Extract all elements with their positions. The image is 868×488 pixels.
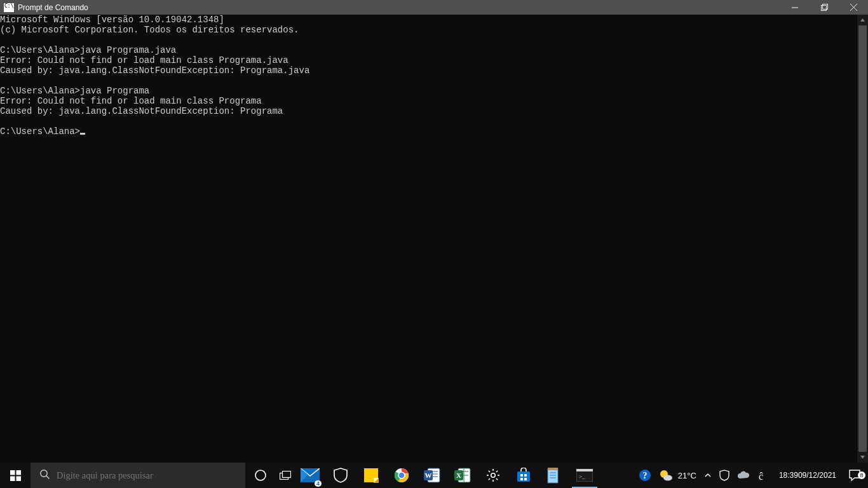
svg-line-44 xyxy=(489,478,490,480)
tray-input-method-icon[interactable]: ĉ xyxy=(754,463,774,488)
maximize-button[interactable] xyxy=(810,0,839,15)
terminal-line: Microsoft Windows [versão 10.0.19042.134… xyxy=(0,15,857,25)
terminal-output[interactable]: Microsoft Windows [versão 10.0.19042.134… xyxy=(0,15,857,463)
cortana-button[interactable] xyxy=(245,463,276,488)
svg-point-36 xyxy=(491,473,495,477)
svg-rect-50 xyxy=(548,469,558,483)
svg-line-42 xyxy=(496,478,498,480)
tray-notifications-button[interactable]: 8 xyxy=(841,469,868,482)
tray-clock[interactable]: 18:39 09/12/2021 xyxy=(774,463,841,488)
svg-rect-1 xyxy=(821,6,826,11)
svg-rect-8 xyxy=(16,470,21,475)
svg-line-41 xyxy=(489,471,490,472)
tray-weather-temp[interactable]: 21°C xyxy=(677,471,700,480)
taskbar-app-notepad[interactable] xyxy=(539,463,569,488)
taskbar: 4 xyxy=(0,463,868,488)
tray-security-icon[interactable] xyxy=(715,463,733,488)
taskbar-app-cmd[interactable]: >_ xyxy=(569,463,600,488)
svg-rect-56 xyxy=(576,469,593,471)
system-tray: ? 21°C ĉ 18:39 xyxy=(635,463,868,488)
svg-rect-7 xyxy=(10,470,15,475)
mail-badge: 4 xyxy=(315,480,322,487)
scroll-up-arrow-icon[interactable] xyxy=(857,15,868,25)
window-title: Prompt de Comando xyxy=(18,3,88,12)
svg-rect-49 xyxy=(524,478,527,480)
minimize-button[interactable] xyxy=(780,0,810,15)
tray-time: 18:39 xyxy=(779,471,798,480)
titlebar: Prompt de Comando xyxy=(0,0,868,15)
terminal-line: Error: Could not find or load main class… xyxy=(0,96,857,106)
svg-rect-51 xyxy=(548,468,558,470)
svg-rect-47 xyxy=(524,474,527,477)
scrollbar-track[interactable] xyxy=(857,25,868,452)
taskbar-app-mail[interactable]: 4 xyxy=(295,463,325,488)
svg-point-61 xyxy=(663,475,672,481)
taskbar-app-store[interactable] xyxy=(508,463,539,488)
cmd-icon xyxy=(4,3,14,12)
taskbar-app-excel[interactable]: X xyxy=(447,463,478,488)
terminal-line: Caused by: java.lang.ClassNotFoundExcept… xyxy=(0,106,857,116)
terminal-line xyxy=(0,35,857,45)
scroll-down-arrow-icon[interactable] xyxy=(857,452,868,463)
svg-rect-10 xyxy=(16,476,21,481)
terminal-window: Microsoft Windows [versão 10.0.19042.134… xyxy=(0,15,868,463)
taskbar-app-security[interactable] xyxy=(325,463,356,488)
taskbar-app-word[interactable]: W xyxy=(417,463,447,488)
terminal-line: C:\Users\Alana>java Programa xyxy=(0,86,857,96)
svg-rect-2 xyxy=(822,4,827,10)
svg-text:W: W xyxy=(425,471,432,479)
terminal-line: Error: Could not find or load main class… xyxy=(0,55,857,65)
svg-rect-46 xyxy=(520,474,523,477)
terminal-prompt-line[interactable]: C:\Users\Alana> xyxy=(0,126,857,137)
taskbar-app-settings[interactable] xyxy=(478,463,508,488)
tray-show-hidden-icon[interactable] xyxy=(700,463,715,488)
search-input[interactable] xyxy=(57,470,245,481)
svg-text:>_: >_ xyxy=(579,473,585,480)
tray-weather[interactable] xyxy=(655,463,677,488)
task-view-button[interactable] xyxy=(276,463,295,488)
taskbar-search[interactable] xyxy=(31,463,245,488)
svg-point-11 xyxy=(41,470,47,477)
svg-point-13 xyxy=(255,470,266,480)
terminal-line: Caused by: java.lang.ClassNotFoundExcept… xyxy=(0,65,857,76)
taskbar-app-sticky-notes[interactable] xyxy=(356,463,386,488)
tray-date: 09/12/2021 xyxy=(798,471,836,480)
svg-text:ĉ: ĉ xyxy=(759,471,763,481)
svg-rect-9 xyxy=(10,476,15,481)
terminal-line xyxy=(0,116,857,126)
svg-marker-6 xyxy=(860,456,865,459)
svg-rect-48 xyxy=(520,478,523,480)
svg-line-12 xyxy=(46,476,50,479)
svg-rect-45 xyxy=(517,471,530,482)
terminal-line: C:\Users\Alana>java Programa.java xyxy=(0,45,857,55)
svg-text:X: X xyxy=(456,471,461,479)
notification-badge: 8 xyxy=(858,471,865,479)
search-icon xyxy=(39,469,50,482)
svg-marker-5 xyxy=(860,18,865,22)
terminal-cursor xyxy=(80,133,85,135)
start-button[interactable] xyxy=(0,463,31,488)
vertical-scrollbar[interactable] xyxy=(857,15,868,463)
terminal-line: (c) Microsoft Corporation. Todos os dire… xyxy=(0,25,857,35)
svg-line-43 xyxy=(496,471,498,472)
svg-rect-15 xyxy=(283,471,291,478)
terminal-line xyxy=(0,76,857,86)
terminal-prompt: C:\Users\Alana> xyxy=(0,126,80,137)
tray-onedrive-icon[interactable] xyxy=(733,463,754,488)
tray-help-icon[interactable]: ? xyxy=(635,463,655,488)
taskbar-app-chrome[interactable] xyxy=(386,463,417,488)
close-button[interactable] xyxy=(839,0,868,15)
taskbar-apps: 4 xyxy=(295,463,600,488)
svg-text:?: ? xyxy=(642,471,647,480)
scrollbar-thumb[interactable] xyxy=(858,25,867,452)
svg-rect-0 xyxy=(792,7,798,8)
